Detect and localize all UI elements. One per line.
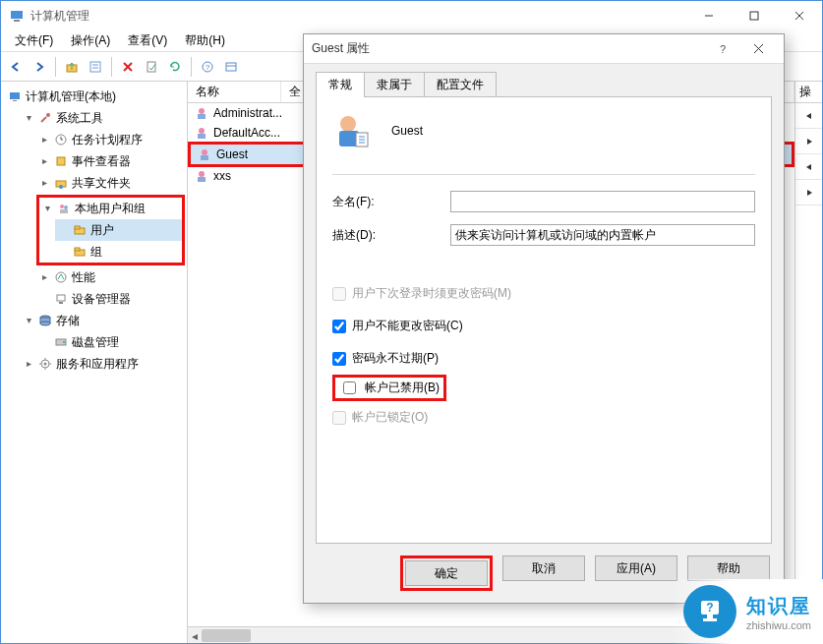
maximize-button[interactable] [732,1,777,30]
cancel-button[interactable]: 取消 [502,556,585,581]
scroll-thumb[interactable] [202,629,251,642]
help-button[interactable]: 帮助 [687,556,770,581]
chevron-down-icon[interactable]: ▾ [41,199,53,218]
actions-item-2[interactable] [795,180,822,205]
menu-file[interactable]: 文件(F) [7,30,61,51]
svg-rect-28 [60,209,68,213]
svg-text:?: ? [706,601,713,615]
chevron-right-icon[interactable]: ▸ [38,173,50,193]
fullname-label: 全名(F): [332,194,441,210]
svg-point-49 [199,128,205,134]
tab-member-of[interactable]: 隶属于 [364,72,425,97]
check-never-expire[interactable] [332,352,346,366]
tree-label: 任务计划程序 [72,130,143,149]
apply-button[interactable]: 应用(A) [595,556,677,581]
dialog-titlebar: Guest 属性 ? [304,34,784,64]
svg-point-26 [60,205,64,208]
dialog-help-button[interactable]: ? [705,34,740,64]
tree-shared-folders[interactable]: ▸ 共享文件夹 [36,172,185,194]
check-label: 密码永不过期(P) [352,350,439,367]
tree-services-apps[interactable]: ▸ 服务和应用程序 [21,353,185,375]
tree-storage[interactable]: ▾ 存储 [21,310,185,331]
up-folder-button[interactable] [61,56,83,78]
tree-disk-management[interactable]: 磁盘管理 [36,331,185,353]
dialog-close-button[interactable] [740,34,776,64]
chevron-down-icon[interactable]: ▾ [23,311,34,330]
tree-device-manager[interactable]: 设备管理器 [36,288,185,310]
svg-point-42 [44,363,47,366]
tab-general[interactable]: 常规 [316,72,365,97]
tree-task-scheduler[interactable]: ▸ 任务计划程序 [36,129,185,150]
fullname-input[interactable] [450,191,755,212]
tab-profile[interactable]: 配置文件 [424,72,497,97]
svg-rect-66 [703,618,717,621]
tabs: 常规 隶属于 配置文件 [316,72,772,97]
close-button[interactable] [777,1,822,30]
actions-item-1[interactable] [795,129,822,154]
menu-help[interactable]: 帮助(H) [177,30,233,51]
svg-point-19 [46,113,50,117]
tree-label: 存储 [56,311,80,330]
check-cannot-change-row[interactable]: 用户不能更改密码(C) [332,318,755,334]
forward-button[interactable] [29,56,50,78]
chevron-right-icon[interactable]: ▸ [23,354,34,374]
svg-rect-1 [14,20,20,22]
svg-rect-3 [750,12,758,20]
check-cannot-change[interactable] [332,320,346,333]
minimize-button[interactable] [686,1,732,30]
actions-expand-2[interactable] [795,154,822,180]
help-button[interactable]: ? [197,56,218,78]
dialog-body: 常规 隶属于 配置文件 Guest 全名(F): 描述(D): [304,64,784,544]
menu-action[interactable]: 操作(A) [63,30,118,51]
dialog-title: Guest 属性 [312,40,705,57]
tree-users[interactable]: 用户 [55,219,182,241]
check-locked [332,411,346,425]
clock-icon [53,132,69,147]
tree-local-users-groups[interactable]: ▾ 本地用户和组 [39,198,182,219]
user-large-icon [332,111,372,150]
column-name[interactable]: 名称 [188,82,281,102]
svg-rect-54 [198,177,206,182]
tree-root[interactable]: 计算机管理(本地) [5,86,185,107]
user-icon [194,125,209,141]
user-icon [194,105,209,121]
svg-rect-7 [90,62,100,72]
svg-point-25 [59,185,63,189]
svg-text:?: ? [206,63,210,72]
tree-system-tools[interactable]: ▾ 系统工具 [21,107,185,129]
check-never-expire-row[interactable]: 密码永不过期(P) [332,350,755,367]
tree-label: 磁盘管理 [72,332,119,352]
menu-view[interactable]: 查看(V) [120,30,175,51]
folder-icon [72,244,88,260]
actions-expand-1[interactable] [795,103,822,129]
tree-performance[interactable]: ▸ 性能 [36,266,185,288]
check-account-disabled[interactable] [343,381,356,394]
performance-icon [53,269,69,285]
tree-label: 服务和应用程序 [56,354,139,374]
export-button[interactable] [141,56,162,78]
storage-icon [37,313,53,328]
svg-rect-50 [198,134,206,139]
svg-rect-23 [57,157,65,165]
properties-button[interactable] [85,56,106,78]
ok-button[interactable]: 确定 [405,560,488,586]
tree[interactable]: 计算机管理(本地) ▾ 系统工具 [3,86,185,375]
chevron-right-icon[interactable]: ▸ [38,267,50,287]
chevron-right-icon[interactable]: ▸ [38,151,50,171]
check-label: 帐户已锁定(O) [352,409,428,426]
refresh-button[interactable] [164,56,186,78]
chevron-right-icon[interactable]: ▸ [38,130,50,149]
view-button[interactable] [220,56,242,78]
check-must-change [332,287,346,301]
tree-groups[interactable]: 组 [55,241,182,263]
scroll-left-icon[interactable]: ◂ [188,627,202,644]
tree-event-viewer[interactable]: ▸ 事件查看器 [36,150,185,172]
svg-rect-65 [707,615,713,618]
chevron-down-icon[interactable]: ▾ [23,108,34,128]
delete-button[interactable] [117,56,139,78]
device-icon [53,291,69,307]
watermark-title: 知识屋 [746,593,811,619]
back-button[interactable] [5,56,27,78]
description-input[interactable] [450,224,755,246]
svg-rect-0 [11,11,23,19]
